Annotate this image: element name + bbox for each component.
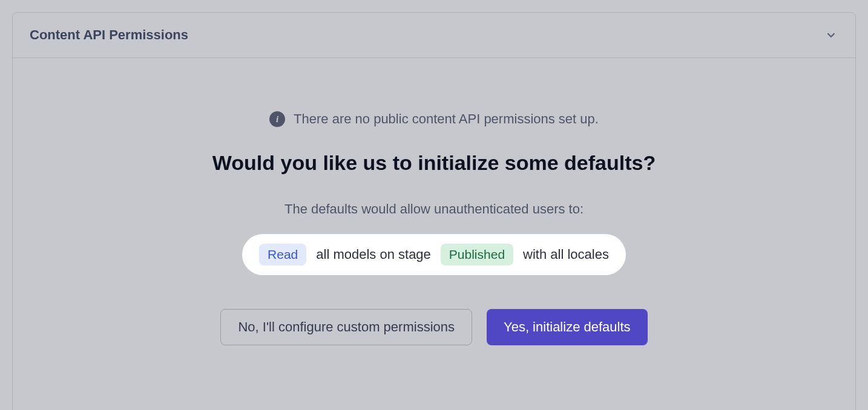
panel-title: Content API Permissions xyxy=(30,27,188,43)
panel-body: i There are no public content API permis… xyxy=(13,58,855,410)
info-icon: i xyxy=(269,111,285,127)
info-row: i There are no public content API permis… xyxy=(37,111,831,127)
info-text: There are no public content API permissi… xyxy=(294,111,599,127)
button-row: No, I'll configure custom permissions Ye… xyxy=(37,309,831,345)
yes-initialize-defaults-button[interactable]: Yes, initialize defaults xyxy=(487,309,648,345)
permissions-panel: Content API Permissions i There are no p… xyxy=(12,12,856,410)
chevron-down-icon xyxy=(824,28,838,42)
published-badge: Published xyxy=(441,244,513,265)
defaults-description-pill: Read all models on stage Published with … xyxy=(242,234,626,275)
pill-text-end: with all locales xyxy=(523,247,609,262)
read-badge: Read xyxy=(259,244,306,265)
no-custom-permissions-button[interactable]: No, I'll configure custom permissions xyxy=(220,309,472,345)
panel-header[interactable]: Content API Permissions xyxy=(13,13,855,58)
pill-text-mid: all models on stage xyxy=(316,247,431,262)
defaults-subheading: The defaults would allow unauthenticated… xyxy=(37,201,831,217)
initialize-heading: Would you like us to initialize some def… xyxy=(37,151,831,175)
